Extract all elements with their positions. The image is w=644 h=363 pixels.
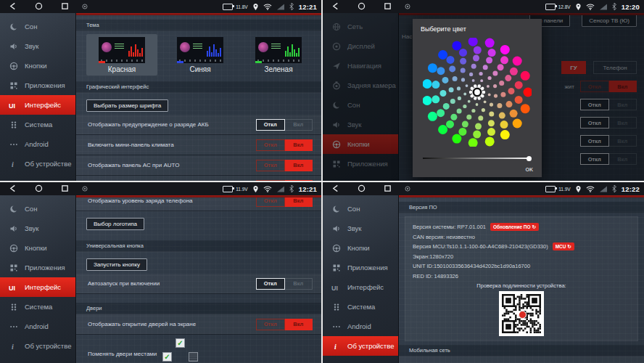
android-navbar: 11.9V 12:22 <box>323 182 644 195</box>
clock-label: 12:21 <box>299 185 317 193</box>
brightness-slider[interactable] <box>423 158 530 159</box>
settings-row: Включить мини-панель климатаОтклВкл <box>76 135 321 155</box>
theme-options: КраснаяСиняяЗеленая <box>76 31 321 78</box>
logo-select-button[interactable]: Выбор логотипа <box>86 218 144 230</box>
sidebar-item-label: Сон <box>25 205 37 213</box>
font-size-button[interactable]: Выбрать размер шрифта <box>86 99 168 112</box>
update-badge[interactable]: MCU ↻ <box>553 242 574 250</box>
home-button[interactable] <box>35 184 43 192</box>
clock-label: 12:21 <box>299 3 317 11</box>
apps-icon <box>8 264 19 272</box>
steering-wheel-icon <box>8 62 19 70</box>
sidebar-item-label: Звук <box>25 42 38 50</box>
info-icon: i <box>8 160 19 168</box>
sidebar-item-dots[interactable]: Android <box>0 134 75 154</box>
color-wheel[interactable] <box>423 38 532 150</box>
toggle-option-off[interactable]: Откл <box>256 319 285 330</box>
sidebar-item-system[interactable]: Система <box>0 297 75 317</box>
door-checkbox-left[interactable]: ✓ <box>162 352 172 362</box>
theme-card[interactable]: Красная <box>86 34 157 76</box>
version-text: CAN версия: неизвестно <box>413 232 475 242</box>
door-checkbox-top[interactable]: ✓ <box>176 338 185 348</box>
qr-logo-dot <box>519 311 527 319</box>
recents-button[interactable] <box>384 2 392 10</box>
toggle-option-on[interactable]: Вкл <box>285 180 313 182</box>
toggle-option-off[interactable]: Откл <box>256 278 285 290</box>
on-off-toggle: ОтклВкл <box>256 278 313 290</box>
theme-card[interactable]: Синяя <box>165 34 236 76</box>
toggle-option-on[interactable]: Вкл <box>285 139 313 151</box>
ok-button[interactable]: OK <box>526 167 534 172</box>
sidebar-item-info[interactable]: iОб устройстве <box>0 154 75 174</box>
toggle-option-off[interactable]: Откл <box>256 180 285 182</box>
sidebar-item-moon[interactable]: Сон <box>0 17 75 36</box>
sidebar-item-apps[interactable]: Приложения <box>323 258 398 277</box>
run-button[interactable]: Запустить кнопку <box>86 258 147 271</box>
sidebar-item-moon[interactable]: Сон <box>0 199 75 219</box>
theme-card[interactable]: Зеленая <box>243 34 314 76</box>
version-line: UNIT ID:150100335636434d4202bc1d90a16700 <box>413 261 630 272</box>
screenshot-icon[interactable] <box>82 186 88 192</box>
section-theme: Тема <box>76 20 321 31</box>
screenshot-icon[interactable] <box>405 4 410 9</box>
toggle-option-on[interactable]: Вкл <box>285 278 313 290</box>
home-button[interactable] <box>358 2 366 10</box>
recents-button[interactable] <box>61 184 69 192</box>
sidebar-item-apps[interactable]: Приложения <box>0 76 75 95</box>
sidebar-item-dots[interactable]: Android <box>323 317 398 336</box>
door-checkbox-right[interactable] <box>189 352 198 362</box>
ui-icon: UI <box>8 283 19 292</box>
sidebar-item-ui[interactable]: UIИнтерфейс <box>0 95 75 115</box>
sidebar-item-info[interactable]: iОб устройстве <box>323 336 398 356</box>
sidebar-item-steering-wheel[interactable]: Кнопки <box>323 238 398 258</box>
sidebar-item-label: Звук <box>347 224 361 232</box>
toggle-option-off[interactable]: Откл <box>256 119 285 131</box>
recents-button[interactable] <box>384 184 392 192</box>
sidebar-item-speaker[interactable]: Звук <box>0 36 75 56</box>
sidebar-item-dots[interactable]: Android <box>0 317 75 336</box>
gui-toggle-rows: Отображать предупреждение о разряде АКБО… <box>76 115 321 181</box>
sidebar-item-system[interactable]: Система <box>323 297 398 317</box>
settings-sidebar: СонЗвукКнопкиПриложенияUIИнтерфейсСистем… <box>323 195 399 363</box>
theme-preview <box>255 37 302 63</box>
screenshot-collage: 11.8V 12:21 СонЗвукКнопкиПриложенияUIИнт… <box>0 0 644 363</box>
version-text: Версия MCU:Ts10.1.1-100-60-A4C689-210423… <box>413 242 548 252</box>
version-text: UNIT ID:150100335636434d4202bc1d90a16700 <box>413 261 530 272</box>
back-button[interactable] <box>9 184 17 192</box>
sidebar-item-system[interactable]: Система <box>0 115 75 134</box>
back-button[interactable] <box>331 2 339 10</box>
dots-icon <box>8 140 19 149</box>
sidebar-item-speaker[interactable]: Звук <box>0 219 75 238</box>
slider-thumb[interactable] <box>527 156 532 161</box>
update-badge[interactable]: Обновление ПО ↻ <box>490 223 539 231</box>
version-line: RED ID: 14893326 <box>413 272 630 282</box>
sidebar-item-speaker[interactable]: Звук <box>323 219 398 238</box>
back-button[interactable] <box>9 2 17 10</box>
sidebar-item-steering-wheel[interactable]: Кнопки <box>0 56 75 76</box>
toggle-option-on[interactable]: Вкл <box>285 119 313 131</box>
toggle-option-off[interactable]: Откл <box>256 139 285 151</box>
back-button[interactable] <box>331 184 339 192</box>
sidebar-item-steering-wheel[interactable]: Кнопки <box>0 238 75 258</box>
toggle-option-on[interactable]: Вкл <box>285 319 313 330</box>
sidebar-item-ui[interactable]: UIИнтерфейс <box>0 277 75 297</box>
recents-button[interactable] <box>61 2 69 10</box>
sidebar-item-moon[interactable]: Сон <box>323 199 398 219</box>
screenshot-icon[interactable] <box>82 4 88 9</box>
sidebar-item-info[interactable]: iОб устройстве <box>0 336 75 356</box>
toggle-option-on[interactable]: Вкл <box>285 160 313 171</box>
sidebar-item-label: Android <box>25 322 49 330</box>
theme-label: Зеленая <box>243 65 314 73</box>
sidebar-item-label: Сон <box>347 205 360 213</box>
speaker-icon <box>331 224 342 233</box>
home-button[interactable] <box>358 184 366 192</box>
toggle-option-off[interactable]: Откл <box>256 160 285 171</box>
qr-code <box>499 291 544 336</box>
screenshot-icon[interactable] <box>405 186 410 192</box>
screen-interface-scrolled: 11.9V 12:21 СонЗвукКнопкиПриложенияUIИнт… <box>0 182 321 363</box>
sidebar-item-ui[interactable]: UIИнтерфейс <box>323 277 398 297</box>
sidebar-item-label: Система <box>347 303 375 311</box>
moon-icon <box>8 23 19 31</box>
sidebar-item-apps[interactable]: Приложения <box>0 258 75 277</box>
home-button[interactable] <box>35 2 43 10</box>
